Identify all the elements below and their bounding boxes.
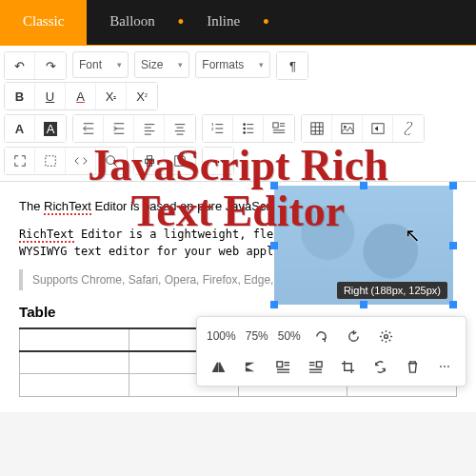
float-right-button[interactable] xyxy=(300,353,330,380)
float-left-button[interactable] xyxy=(268,353,298,380)
tab-inline[interactable]: Inline xyxy=(184,0,263,45)
text-color-button[interactable]: A xyxy=(5,115,35,142)
zoom-100-button[interactable]: 100% xyxy=(203,323,240,349)
resize-handle-n[interactable] xyxy=(360,182,367,189)
cursor-icon: ↖ xyxy=(405,224,421,247)
svg-point-16 xyxy=(385,334,388,338)
undo-button[interactable]: ↶ xyxy=(5,52,35,79)
resize-handle-nw[interactable] xyxy=(270,182,278,189)
align-left-button[interactable] xyxy=(134,115,165,142)
svg-rect-13 xyxy=(147,156,151,160)
size-tooltip: Right (188px, 125px) xyxy=(337,282,447,299)
refresh-button[interactable] xyxy=(307,323,337,349)
svg-point-11 xyxy=(107,156,115,165)
anchor-button[interactable] xyxy=(393,115,424,142)
code-view-button[interactable] xyxy=(66,148,96,174)
save-button[interactable] xyxy=(165,148,195,174)
select-all-button[interactable] xyxy=(35,148,66,174)
resize-handle-s[interactable] xyxy=(360,301,367,308)
find-button[interactable] xyxy=(96,148,127,174)
rotate-button[interactable] xyxy=(339,323,369,349)
svg-point-8 xyxy=(344,126,347,129)
image-align-button[interactable] xyxy=(264,115,294,142)
font-color-button[interactable]: A xyxy=(66,83,96,109)
bold-button[interactable]: B xyxy=(5,83,35,109)
ordered-list-button[interactable]: 12 xyxy=(203,115,233,142)
svg-text:2: 2 xyxy=(211,127,214,131)
more-options-button[interactable]: ⋯ xyxy=(429,353,460,380)
subscript-button[interactable]: X₂ xyxy=(96,83,127,109)
more-button[interactable]: ⋯ xyxy=(203,148,233,174)
paragraph-button[interactable]: ¶ xyxy=(277,52,307,79)
spellcheck-underline: RichText xyxy=(44,199,91,215)
redo-button[interactable]: ↷ xyxy=(35,52,66,79)
tab-balloon[interactable]: Balloon xyxy=(87,0,178,45)
svg-rect-18 xyxy=(316,361,322,367)
print-button[interactable] xyxy=(134,148,165,174)
font-select[interactable]: Font xyxy=(72,51,129,78)
svg-rect-15 xyxy=(177,156,182,160)
resize-handle-se[interactable] xyxy=(449,301,457,308)
resize-handle-ne[interactable] xyxy=(449,182,457,189)
selected-image[interactable]: Right (188px, 125px) ↖ xyxy=(274,186,453,305)
outdent-button[interactable] xyxy=(73,115,104,142)
image-button[interactable] xyxy=(332,115,363,142)
zoom-50-button[interactable]: 50% xyxy=(274,323,305,349)
svg-point-4 xyxy=(243,131,246,134)
tab-separator: • xyxy=(263,12,268,32)
zoom-75-button[interactable]: 75% xyxy=(242,323,272,349)
indent-button[interactable] xyxy=(104,115,134,142)
underline-button[interactable]: U xyxy=(35,83,66,109)
unordered-list-button[interactable] xyxy=(233,115,264,142)
svg-rect-6 xyxy=(310,123,322,134)
resize-handle-w[interactable] xyxy=(270,242,278,249)
link-button[interactable] xyxy=(363,115,393,142)
align-center-button[interactable] xyxy=(165,115,195,142)
formats-select[interactable]: Formats xyxy=(195,51,270,78)
flip-v-button[interactable] xyxy=(235,353,266,380)
resize-handle-e[interactable] xyxy=(449,242,457,249)
editor-mode-tabs: Classic Balloon • Inline • xyxy=(0,0,476,46)
svg-rect-17 xyxy=(276,361,282,367)
fullscreen-button[interactable] xyxy=(5,148,35,174)
resize-handle-sw[interactable] xyxy=(270,301,278,308)
editor-toolbar: ↶ ↷ Font Size Formats ¶ B U A X₂ X² A A … xyxy=(0,46,476,182)
replace-button[interactable] xyxy=(365,353,395,380)
svg-rect-10 xyxy=(45,156,55,167)
svg-rect-5 xyxy=(273,123,278,128)
svg-point-3 xyxy=(243,128,246,130)
highlight-button[interactable]: A xyxy=(35,115,66,142)
tab-classic[interactable]: Classic xyxy=(0,0,87,45)
delete-button[interactable] xyxy=(397,353,427,380)
table-button[interactable] xyxy=(302,115,332,142)
crop-button[interactable] xyxy=(332,353,363,380)
settings-button[interactable] xyxy=(371,323,402,349)
superscript-button[interactable]: X² xyxy=(127,83,157,109)
svg-point-2 xyxy=(243,123,246,126)
flip-h-button[interactable] xyxy=(203,353,233,380)
image-context-toolbar: 100% 75% 50% ⋯ xyxy=(196,316,466,387)
size-select[interactable]: Size xyxy=(134,51,189,78)
